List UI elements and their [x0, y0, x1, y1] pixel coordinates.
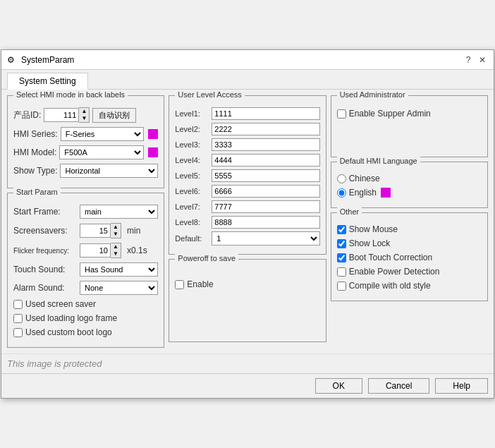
- product-id-down[interactable]: ▼: [79, 115, 89, 122]
- title-bar-left: ⚙ SystemParam: [7, 55, 74, 65]
- enable-poweroff-checkbox[interactable]: [175, 280, 184, 289]
- enable-poweroff-row: Enable: [175, 279, 319, 289]
- system-setting-tab[interactable]: System Setting: [7, 73, 88, 90]
- screensavers-btns: ▲ ▼: [111, 223, 121, 238]
- ok-button[interactable]: OK: [315, 378, 362, 394]
- help-button[interactable]: Help: [435, 378, 488, 394]
- enable-power-row: Enable Power Detection: [337, 267, 482, 277]
- main-content: Select HMI mode in back labels 产品ID: ▲ ▼…: [1, 90, 494, 353]
- enable-supper-admin-checkbox[interactable]: [337, 109, 346, 119]
- protected-text: This image is protected: [1, 353, 494, 373]
- level7-input[interactable]: [212, 200, 319, 213]
- help-window-btn[interactable]: ?: [463, 54, 474, 66]
- level6-label: Level6:: [175, 187, 209, 195]
- level6-row: Level6:: [175, 185, 319, 198]
- boot-touch-checkbox[interactable]: [337, 253, 346, 262]
- level1-row: Level1:: [175, 107, 319, 120]
- start-frame-select[interactable]: main: [80, 205, 158, 219]
- flicker-down[interactable]: ▼: [111, 250, 121, 258]
- default-level-label: Default:: [175, 234, 209, 243]
- chinese-label: Chinese: [349, 174, 380, 183]
- used-loading-logo-checkbox[interactable]: [13, 314, 23, 323]
- poweroff-panel: Poweroff to save Enable: [169, 259, 326, 342]
- poweroff-title: Poweroff to save: [175, 254, 238, 262]
- chinese-radio[interactable]: [337, 174, 346, 183]
- user-level-title: User Level Access: [175, 90, 244, 99]
- start-frame-label: Start Frame:: [13, 207, 77, 217]
- used-screen-saver-checkbox[interactable]: [13, 300, 23, 309]
- level5-input[interactable]: [212, 169, 319, 182]
- boot-touch-row: Boot Touch Correction: [337, 253, 482, 262]
- flicker-spinner: ▲ ▼: [80, 243, 121, 258]
- screensavers-down[interactable]: ▼: [111, 231, 121, 238]
- hmi-model-swatch: [148, 147, 158, 157]
- show-mouse-checkbox[interactable]: [337, 225, 346, 234]
- hmi-series-select[interactable]: F-Series: [61, 127, 145, 141]
- protected-text-content: This image is protected: [7, 358, 102, 369]
- level1-input[interactable]: [212, 107, 319, 120]
- alarm-sound-select[interactable]: None: [80, 281, 158, 295]
- enable-supper-admin-row: Enable Supper Admin: [337, 109, 482, 119]
- close-window-btn[interactable]: ✕: [477, 54, 488, 66]
- english-label: English: [349, 188, 377, 198]
- window-title: SystemParam: [21, 55, 74, 65]
- screensavers-label: Screensavers:: [13, 226, 77, 236]
- level3-row: Level3:: [175, 138, 319, 151]
- product-id-spinner: ▲ ▼: [44, 107, 90, 123]
- default-level-select[interactable]: 1: [212, 231, 319, 246]
- show-lock-label: Show Lock: [349, 238, 391, 248]
- show-mouse-row: Show Mouse: [337, 224, 482, 234]
- default-level-row: Default: 1: [175, 231, 319, 246]
- level8-input[interactable]: [212, 216, 319, 229]
- other-panel: Other Show Mouse Show Lock Boot Touch Co…: [331, 212, 488, 301]
- flicker-unit: x0.1s: [127, 246, 147, 255]
- cancel-button[interactable]: Cancel: [368, 378, 429, 394]
- show-type-select[interactable]: Horizontal: [60, 164, 158, 178]
- flicker-row: Flicker frequency: ▲ ▼ x0.1s: [13, 243, 158, 258]
- enable-supper-admin-label: Enable Supper Admin: [349, 109, 431, 119]
- used-admin-inner: Enable Supper Admin: [337, 109, 482, 151]
- enable-poweroff-label: Enable: [187, 279, 213, 289]
- product-id-row: 产品ID: ▲ ▼ 自动识别: [13, 107, 158, 123]
- level8-row: Level8:: [175, 216, 319, 229]
- level4-input[interactable]: [212, 154, 319, 167]
- show-type-label: Show Type:: [13, 166, 57, 176]
- screensavers-up[interactable]: ▲: [111, 224, 121, 231]
- show-lock-checkbox[interactable]: [337, 239, 346, 248]
- used-admin-title: Used Administrator: [337, 90, 408, 99]
- hmi-model-select[interactable]: F500A: [59, 145, 144, 159]
- hmi-panel-inner: 产品ID: ▲ ▼ 自动识别 HMI Series:: [13, 107, 158, 178]
- level4-row: Level4:: [175, 154, 319, 167]
- start-frame-row: Start Frame: main: [13, 205, 158, 219]
- compile-old-checkbox[interactable]: [337, 281, 346, 291]
- screensavers-spinner: ▲ ▼: [80, 223, 121, 238]
- flicker-input[interactable]: [80, 243, 111, 258]
- english-radio[interactable]: [337, 188, 346, 198]
- alarm-sound-label: Alarm Sound:: [13, 283, 77, 293]
- touch-sound-select[interactable]: Has Sound No Sound: [80, 262, 158, 277]
- hmi-model-label: HMI Model:: [13, 147, 56, 157]
- used-admin-panel: Used Administrator Enable Supper Admin: [331, 95, 488, 157]
- flicker-up[interactable]: ▲: [111, 243, 121, 250]
- level2-input[interactable]: [212, 123, 319, 135]
- used-custom-boot-checkbox[interactable]: [13, 328, 23, 337]
- tab-bar: System Setting: [1, 70, 494, 90]
- level5-label: Level5:: [175, 171, 209, 180]
- enable-power-checkbox[interactable]: [337, 267, 346, 277]
- level3-input[interactable]: [212, 138, 319, 151]
- product-id-input[interactable]: [44, 108, 79, 122]
- app-icon: ⚙: [7, 55, 17, 65]
- english-swatch: [381, 188, 391, 198]
- used-loading-logo-row: Used loading logo frame: [13, 313, 158, 323]
- product-id-up[interactable]: ▲: [79, 108, 89, 115]
- title-bar: ⚙ SystemParam ? ✕: [1, 50, 494, 70]
- touch-sound-row: Touch Sound: Has Sound No Sound: [13, 262, 158, 277]
- touch-sound-label: Touch Sound:: [13, 265, 77, 274]
- level5-row: Level5:: [175, 169, 319, 182]
- flicker-label: Flicker frequency:: [13, 247, 77, 255]
- used-screen-saver-row: Used screen saver: [13, 299, 158, 309]
- screensavers-input[interactable]: [80, 224, 111, 238]
- auto-detect-btn[interactable]: 自动识别: [92, 108, 136, 123]
- level6-input[interactable]: [212, 185, 319, 198]
- flicker-btns: ▲ ▼: [111, 243, 121, 258]
